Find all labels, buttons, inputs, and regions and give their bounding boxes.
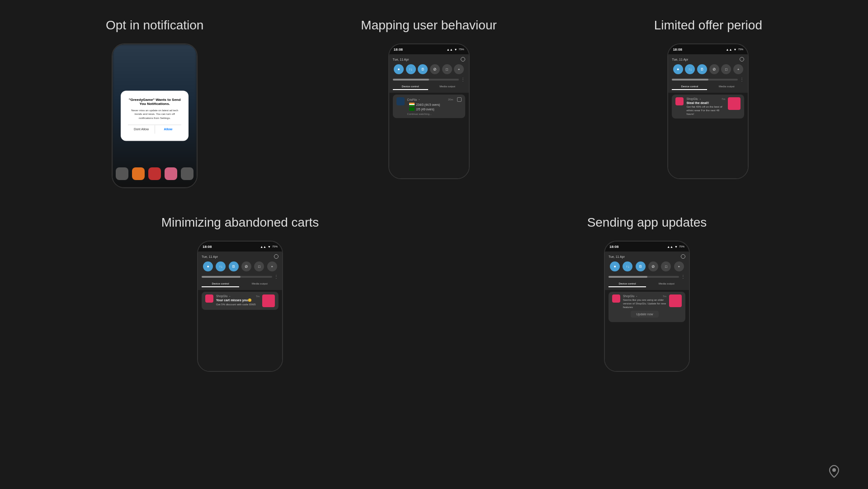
status-bar-mapping: 18:08 ▲▲ ▼ 75%	[389, 44, 469, 54]
qs-data-btn[interactable]: ↑↓	[406, 64, 416, 74]
qs-wifi-btn[interactable]: ●	[394, 64, 404, 74]
notif-card-cricket: CricFlix • 20m 234/3 (44.5 overs)	[393, 95, 465, 118]
more-dots-icon[interactable]: ⋮	[461, 77, 465, 82]
app-icon-1	[116, 167, 128, 180]
shopglu-icon-updates	[612, 294, 620, 303]
more-dots-icon-updates[interactable]: ⋮	[681, 274, 685, 279]
qs-screen-btn-minimizing[interactable]: □	[254, 261, 264, 271]
tab-device-control-limited[interactable]: Device control	[672, 84, 707, 90]
score-text-1: 234/3 (44.5 overs)	[416, 103, 440, 106]
score-row-1: 234/3 (44.5 overs)	[409, 103, 460, 106]
phone-limited-offer: 18:08 ▲▲ ▼ 75% Tue, 11 Apr	[667, 43, 749, 179]
signal-icon-updates: ▲▲	[667, 245, 673, 248]
brightness-slider-updates[interactable]	[609, 276, 679, 278]
signal-icon: ▲▲	[447, 48, 453, 51]
app-icon-2	[132, 167, 145, 180]
qs-bt-btn-limited[interactable]: B	[697, 64, 707, 74]
qs-more-btn-updates[interactable]: +	[674, 261, 684, 271]
status-icons-mapping: ▲▲ ▼ 75%	[447, 48, 464, 51]
qs-data-btn-limited[interactable]: ↑↓	[685, 64, 695, 74]
watermark-icon	[827, 465, 841, 478]
qs-mute-btn[interactable]: ⊘	[430, 64, 440, 74]
app-icon-4	[165, 167, 177, 180]
notif-body-cart: Get 5% discount with code ISNI5	[216, 303, 259, 307]
qs-more-btn-minimizing[interactable]: +	[267, 261, 277, 271]
brightness-slider-minimizing[interactable]	[202, 276, 272, 278]
app-icons-row	[113, 167, 197, 180]
phone-screen-minimizing: 18:08 ▲▲ ▼ 75% Tue, 11 Apr ●	[198, 242, 282, 371]
expand-notif-icon[interactable]	[457, 97, 462, 102]
notif-card-limited: ShopGlu • 7m Steal the deal!! Get flat 4…	[672, 95, 744, 119]
qs-mute-btn-limited[interactable]: ⊘	[709, 64, 719, 74]
qs-data-btn-updates[interactable]: ↑↓	[623, 261, 632, 271]
section-mapping: Mapping user behaviour 18:08 ▲▲ ▼ 75%	[361, 18, 496, 179]
tab-device-control-updates[interactable]: Device control	[609, 281, 646, 287]
tab-device-control-mapping[interactable]: Device control	[393, 84, 428, 90]
qs-data-btn-minimizing[interactable]: ↑↓	[216, 261, 226, 271]
score-text-2: 2/5 (49 overs)	[416, 108, 434, 111]
qs-date-limited: Tue, 11 Apr	[672, 58, 688, 61]
qs-screen-btn-limited[interactable]: □	[721, 64, 731, 74]
qs-wifi-btn-limited[interactable]: ●	[673, 64, 683, 74]
gear-icon-limited[interactable]	[740, 57, 744, 62]
notif-content-cricket: CricFlix • 20m 234/3 (44.5 overs)	[407, 97, 462, 115]
notif-header-limited: ShopGlu • 7m	[686, 97, 725, 100]
qs-icons-row-limited: ● ↑↓ B ⊘ □ +	[672, 64, 744, 74]
notif-time-updates: 7m	[663, 295, 666, 298]
notif-content-limited: ShopGlu • 7m Steal the deal!! Get flat 4…	[686, 97, 725, 116]
dialog-title: "GreedyGame" Wants to Send You Notificat…	[128, 98, 181, 106]
tab-media-output-limited[interactable]: Media output	[709, 84, 744, 90]
battery-text-minimizing: 75%	[272, 245, 278, 248]
flag-sa	[409, 107, 415, 111]
qs-screen-btn[interactable]: □	[442, 64, 452, 74]
qs-date-row: Tue, 11 Apr	[393, 57, 465, 62]
gear-icon-minimizing[interactable]	[274, 254, 278, 259]
gear-icon[interactable]	[461, 57, 465, 62]
allow-button[interactable]: Allow	[155, 125, 182, 134]
status-bar-updates: 18:08 ▲▲ ▼ 75%	[605, 242, 689, 252]
notif-body-limited: Get flat 40% off on the best of ethnic w…	[686, 105, 725, 116]
section-title-limited-offer: Limited offer period	[654, 18, 762, 33]
notif-time-cricket: 20m	[448, 98, 453, 101]
cricflix-icon	[396, 97, 405, 105]
notif-dot-updates: •	[636, 295, 637, 298]
status-icons-minimizing: ▲▲ ▼ 75%	[260, 245, 278, 248]
status-time-updates: 18:08	[609, 245, 618, 249]
tab-media-output-mapping[interactable]: Media output	[430, 84, 465, 90]
signal-icon-minimizing: ▲▲	[260, 245, 266, 248]
qs-mute-btn-minimizing[interactable]: ⊘	[241, 261, 251, 271]
notif-dot-cart: •	[229, 295, 230, 298]
tab-media-output-updates[interactable]: Media output	[648, 281, 685, 287]
qs-wifi-btn-minimizing[interactable]: ●	[203, 261, 213, 271]
tab-device-control-minimizing[interactable]: Device control	[202, 281, 239, 287]
brightness-slider-limited[interactable]	[672, 79, 738, 81]
update-now-button[interactable]: Update now	[631, 311, 658, 318]
brightness-slider[interactable]	[393, 79, 459, 81]
wifi-icon: ▼	[454, 48, 458, 51]
qs-tabs-row: Device control Media output	[393, 84, 465, 90]
qs-bt-btn-minimizing[interactable]: B	[229, 261, 239, 271]
cricket-scores: 234/3 (44.5 overs) 2/5 (49 overs)	[407, 103, 462, 111]
qs-more-btn[interactable]: +	[454, 64, 464, 74]
qs-date-row-updates: Tue, 11 Apr	[609, 254, 685, 259]
qs-tabs-row-limited: Device control Media output	[672, 84, 744, 90]
dont-allow-button[interactable]: Dont Allow	[128, 125, 155, 134]
qs-bt-btn-updates[interactable]: B	[636, 261, 646, 271]
notif-header-updates: ShopGlu • 7m	[623, 294, 666, 298]
qs-wifi-btn-updates[interactable]: ●	[610, 261, 620, 271]
watermark	[827, 465, 841, 480]
qs-date-row-limited: Tue, 11 Apr	[672, 57, 744, 62]
notif-dot: •	[419, 98, 420, 101]
notif-thumbnail-cart	[262, 294, 275, 307]
quick-settings-mapping: Tue, 11 Apr ● ↑↓ B ⊘ □ +	[389, 54, 469, 93]
notif-title-cart: Your cart misses you😊	[216, 299, 259, 302]
quick-settings-minimizing: Tue, 11 Apr ● ↑↓ B ⊘ □ +	[198, 252, 282, 290]
tab-media-output-minimizing[interactable]: Media output	[241, 281, 278, 287]
more-dots-icon-limited[interactable]: ⋮	[740, 77, 744, 82]
qs-screen-btn-updates[interactable]: □	[661, 261, 671, 271]
more-dots-icon-minimizing[interactable]: ⋮	[274, 274, 278, 279]
qs-mute-btn-updates[interactable]: ⊘	[648, 261, 658, 271]
qs-more-btn-limited[interactable]: +	[733, 64, 743, 74]
gear-icon-updates[interactable]	[681, 254, 685, 259]
qs-bt-btn[interactable]: B	[418, 64, 428, 74]
